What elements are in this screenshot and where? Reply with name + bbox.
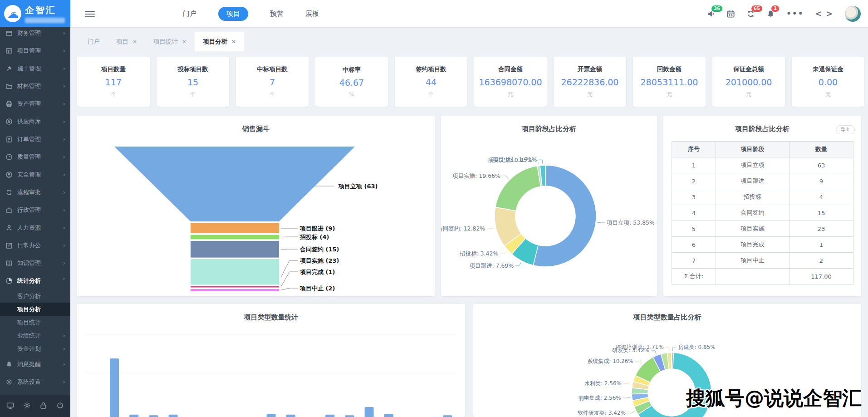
monitor-icon[interactable] (6, 402, 14, 411)
stat-card-deposit-total[interactable]: 保证金总额201000.00元 (712, 57, 785, 107)
sidebar-subitem-fund-plan[interactable]: 资金计划› (0, 342, 70, 355)
sales-funnel-card: 销售漏斗 项目立项 (63)项目跟进 (9)招投标 (4)合同签约 (15)项目… (77, 116, 435, 296)
table-row[interactable]: 6项目完成1 (672, 237, 853, 253)
stat-card-project-count[interactable]: 项目数量117个 (77, 57, 150, 107)
close-icon[interactable]: ✕ (182, 39, 186, 45)
table-row[interactable]: 2项目跟进9 (672, 173, 853, 189)
sidebar-menu: 财务管理› 项目管理› 施工管理› 材料管理› 资产管理› S 供应商库› (0, 24, 70, 391)
tab-project-stats[interactable]: 项目统计✕ (145, 32, 195, 51)
bar[interactable] (443, 415, 452, 417)
gear-icon[interactable] (23, 402, 31, 411)
table-row[interactable]: 5项目实施23 (672, 221, 853, 237)
bar[interactable] (110, 358, 119, 417)
stat-card-contract-amount[interactable]: 合同金额163698070.00元 (474, 57, 547, 107)
nav-board[interactable]: 展板 (305, 10, 319, 18)
funnel-stage[interactable] (191, 259, 279, 285)
type-bars-card: 项目类型数量统计 (77, 304, 465, 417)
bell-icon[interactable]: 1 (766, 10, 775, 18)
tab-portal[interactable]: 门户 (79, 32, 108, 51)
sidebar-item-admin[interactable]: 行政管理› (0, 201, 70, 219)
code-icon[interactable]: < > (815, 9, 834, 18)
bar[interactable] (345, 415, 354, 417)
stat-card-win-count[interactable]: 中标项目数7个 (236, 57, 309, 107)
sidebar-item-asset[interactable]: 资产管理› (0, 95, 70, 113)
sidebar-footer (0, 395, 70, 417)
layout-icon (5, 47, 13, 54)
chevron-right-icon: › (63, 65, 65, 72)
donut-label: 系统集成: 10.26% (587, 358, 633, 364)
table-row[interactable]: 3招投标4 (672, 189, 853, 205)
bar[interactable] (384, 414, 393, 417)
hamburger-menu-icon[interactable] (85, 9, 95, 19)
sidebar-subitem-project-analysis[interactable]: 项目分析 (0, 303, 70, 316)
sidebar-item-supplier[interactable]: S 供应商库› (0, 113, 70, 130)
export-button[interactable]: 导出 (836, 125, 855, 134)
nav-warning[interactable]: 预警 (270, 10, 284, 18)
stat-card-signed-count[interactable]: 签约项目数44个 (395, 57, 467, 107)
table-row[interactable]: 1项目立项63 (672, 157, 853, 173)
tab-project[interactable]: 项目✕ (108, 32, 145, 51)
bar[interactable] (286, 415, 295, 417)
sidebar-item-stats[interactable]: 统计分析˅ (0, 272, 70, 289)
bar[interactable] (365, 407, 374, 417)
funnel-stage[interactable] (191, 241, 279, 258)
chevron-right-icon: › (63, 345, 65, 352)
tab-project-analysis[interactable]: 项目分析✕ (195, 32, 244, 51)
table-row[interactable]: 7项目中止2 (672, 253, 853, 269)
sidebar-subitem-customer-analysis[interactable]: 客户分析 (0, 289, 70, 303)
stat-card-bid-count[interactable]: 投标项目数15个 (157, 57, 229, 107)
nav-portal[interactable]: 门户 (183, 10, 196, 18)
stat-card-payment-amount[interactable]: 回款金额28053111.00元 (633, 57, 706, 107)
sidebar-item-material[interactable]: 材料管理› (0, 77, 70, 95)
sidebar-item-project[interactable]: 项目管理› (0, 42, 70, 59)
funnel-stage[interactable] (191, 235, 279, 240)
stat-card-win-rate[interactable]: 中标率46.67% (315, 57, 388, 107)
chevron-right-icon: › (63, 47, 65, 54)
funnel-stage[interactable] (191, 223, 279, 233)
sidebar-item-knowledge[interactable]: 知识管理› (0, 254, 70, 272)
lock-icon[interactable] (39, 402, 47, 411)
sidebar-item-construction[interactable]: 施工管理› (0, 59, 70, 77)
table-row[interactable]: 4合同签约15 (672, 205, 853, 221)
nav-project-active[interactable]: 项目 (218, 7, 248, 21)
bar[interactable] (267, 414, 276, 417)
funnel-stage[interactable] (191, 289, 279, 291)
stat-card-deposit-unreturned[interactable]: 未退保证金0.00元 (792, 57, 864, 107)
top-nav: 门户 项目 预警 展板 (183, 0, 319, 27)
sidebar-item-hr[interactable]: 人力资源› (0, 219, 70, 236)
printer-icon (5, 100, 13, 108)
funnel-stage[interactable] (191, 286, 279, 287)
announcement-icon[interactable]: 36 (706, 10, 715, 18)
close-icon[interactable]: ✕ (132, 39, 137, 45)
sidebar-item-notifications[interactable]: 消息提醒› (0, 355, 70, 373)
sidebar-subitem-project-stats[interactable]: 项目统计 (0, 316, 70, 329)
bell-icon (5, 360, 13, 368)
power-icon[interactable] (56, 402, 64, 411)
brand-logo[interactable]: ☁汇 企智汇 (0, 0, 70, 27)
sidebar-item-order[interactable]: 订单管理› (0, 130, 70, 148)
chevron-right-icon: › (63, 189, 65, 196)
sidebar-item-workflow[interactable]: 流程审批› (0, 183, 70, 201)
bar[interactable] (149, 415, 158, 417)
funnel-top-stage[interactable] (114, 147, 355, 221)
bar[interactable] (129, 415, 138, 417)
bell-badge: 1 (771, 5, 779, 12)
stage-donut-card: 项目阶段占比分析 项目立项: 53.85%项目跟进: 7.69%招投标: 3.4… (441, 116, 657, 296)
sidebar-item-settings[interactable]: 系统设置› (0, 373, 70, 391)
bar[interactable] (325, 415, 334, 417)
avatar[interactable] (845, 6, 861, 22)
sidebar-subitem-performance-stats[interactable]: 业绩统计› (0, 329, 70, 342)
sidebar-item-quality[interactable]: 质量管理› (0, 148, 70, 166)
close-icon[interactable]: ✕ (231, 39, 236, 45)
sidebar-item-office[interactable]: 日常办公› (0, 236, 70, 254)
bar[interactable] (169, 415, 178, 417)
more-icon[interactable]: ••• (786, 9, 804, 18)
calendar-icon[interactable] (726, 10, 735, 18)
briefcase-icon (5, 206, 13, 214)
sync-icon[interactable]: 65 (746, 10, 755, 18)
donut-slice[interactable] (495, 166, 541, 211)
donut-label: 合同签约: 12.82% (441, 225, 485, 232)
gauge-icon (5, 153, 13, 161)
stat-card-invoice-amount[interactable]: 开票金额26222836.00元 (554, 57, 626, 107)
sidebar-item-safety[interactable]: 安全管理› (0, 166, 70, 183)
